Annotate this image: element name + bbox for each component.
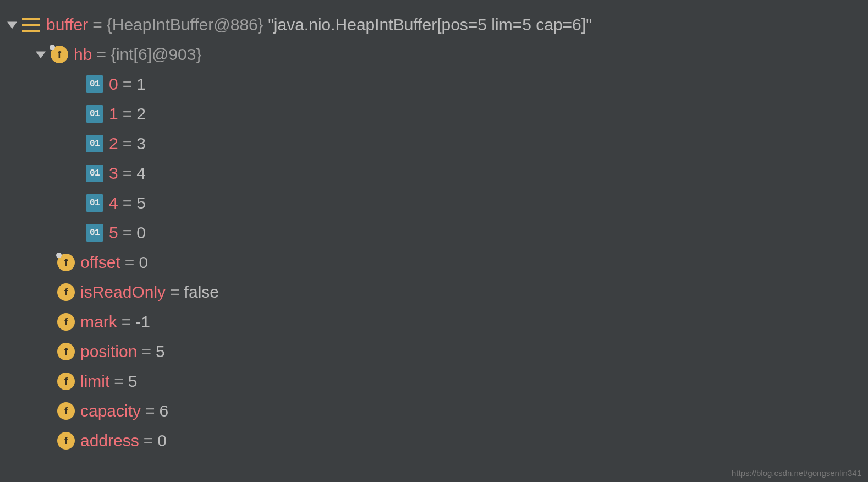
tree-row-mark[interactable]: f mark = -1 bbox=[0, 307, 868, 337]
array-index: 0 bbox=[109, 75, 118, 94]
equals-sign: = bbox=[123, 194, 133, 212]
field-icon: f bbox=[57, 432, 75, 450]
equals-sign: = bbox=[123, 223, 133, 242]
int-icon: 01 bbox=[86, 224, 103, 242]
int-icon: 01 bbox=[86, 105, 103, 123]
tree-row-capacity[interactable]: f capacity = 6 bbox=[0, 396, 868, 426]
equals-sign: = bbox=[123, 164, 133, 183]
variable-value: 0 bbox=[139, 253, 148, 272]
equals-sign: = bbox=[96, 45, 106, 64]
equals-sign: = bbox=[141, 342, 151, 361]
variable-value: 5 bbox=[156, 342, 165, 361]
equals-sign: = bbox=[92, 15, 102, 34]
equals-sign: = bbox=[123, 105, 133, 123]
object-icon bbox=[22, 16, 40, 34]
field-icon: f bbox=[57, 373, 75, 390]
int-icon: 01 bbox=[86, 135, 103, 152]
watermark-text: https://blog.csdn.net/gongsenlin341 bbox=[732, 468, 861, 478]
tree-row-isreadonly[interactable]: f isReadOnly = false bbox=[0, 277, 868, 307]
array-index: 3 bbox=[109, 164, 118, 183]
variable-value: 6 bbox=[160, 402, 169, 420]
tree-row-limit[interactable]: f limit = 5 bbox=[0, 366, 868, 396]
array-value: 2 bbox=[136, 105, 146, 123]
array-index: 4 bbox=[109, 194, 118, 212]
type-reference: {HeapIntBuffer@886} bbox=[107, 15, 263, 34]
equals-sign: = bbox=[114, 372, 124, 391]
tree-row-address[interactable]: f address = 0 bbox=[0, 426, 868, 456]
array-index: 5 bbox=[109, 223, 118, 242]
variable-name: mark bbox=[80, 313, 117, 331]
equals-sign: = bbox=[123, 134, 133, 153]
variable-value: false bbox=[184, 283, 219, 302]
array-value: 4 bbox=[136, 164, 146, 183]
variable-name: address bbox=[80, 431, 139, 450]
int-icon: 01 bbox=[86, 165, 103, 182]
expand-arrow-icon[interactable] bbox=[34, 48, 47, 61]
array-value: 5 bbox=[136, 194, 146, 212]
variable-value: 5 bbox=[128, 372, 138, 391]
tree-row-hb[interactable]: f hb = {int[6]@903} bbox=[0, 40, 868, 69]
array-index: 1 bbox=[109, 105, 118, 123]
array-value: 3 bbox=[136, 134, 146, 153]
variable-name: buffer bbox=[46, 15, 88, 34]
variable-name: capacity bbox=[80, 402, 141, 420]
variable-name: limit bbox=[80, 372, 109, 391]
tree-row-array-item[interactable]: 01 3 = 4 bbox=[0, 158, 868, 188]
array-value: 0 bbox=[136, 223, 146, 242]
type-reference: {int[6]@903} bbox=[111, 45, 202, 64]
field-icon: f bbox=[57, 343, 75, 360]
tree-row-array-item[interactable]: 01 2 = 3 bbox=[0, 129, 868, 158]
int-icon: 01 bbox=[86, 194, 103, 212]
equals-sign: = bbox=[144, 431, 153, 450]
tree-row-array-item[interactable]: 01 1 = 2 bbox=[0, 99, 868, 129]
field-icon: f bbox=[57, 254, 75, 271]
tree-row-offset[interactable]: f offset = 0 bbox=[0, 248, 868, 277]
field-icon: f bbox=[51, 46, 68, 63]
variable-name: hb bbox=[74, 45, 92, 64]
tree-row-array-item[interactable]: 01 0 = 1 bbox=[0, 69, 868, 99]
variable-name: isReadOnly bbox=[80, 283, 166, 302]
debugger-variables-tree: buffer = {HeapIntBuffer@886} "java.nio.H… bbox=[0, 0, 868, 456]
equals-sign: = bbox=[122, 313, 131, 331]
variable-name: position bbox=[80, 342, 137, 361]
variable-value: -1 bbox=[135, 313, 150, 331]
equals-sign: = bbox=[145, 402, 155, 420]
tree-row-array-item[interactable]: 01 4 = 5 bbox=[0, 188, 868, 218]
array-value: 1 bbox=[136, 75, 146, 94]
tree-row-array-item[interactable]: 01 5 = 0 bbox=[0, 218, 868, 248]
equals-sign: = bbox=[170, 283, 180, 302]
int-icon: 01 bbox=[86, 75, 103, 93]
field-icon: f bbox=[57, 402, 75, 420]
equals-sign: = bbox=[123, 75, 133, 94]
field-icon: f bbox=[57, 313, 75, 331]
tree-row-buffer[interactable]: buffer = {HeapIntBuffer@886} "java.nio.H… bbox=[0, 10, 868, 40]
field-icon: f bbox=[57, 283, 75, 301]
array-index: 2 bbox=[109, 134, 118, 153]
tostring-value: "java.nio.HeapIntBuffer[pos=5 lim=5 cap=… bbox=[268, 15, 592, 34]
tree-row-position[interactable]: f position = 5 bbox=[0, 337, 868, 366]
variable-value: 0 bbox=[157, 431, 167, 450]
expand-arrow-icon[interactable] bbox=[6, 18, 19, 31]
equals-sign: = bbox=[125, 253, 135, 272]
variable-name: offset bbox=[80, 253, 120, 272]
